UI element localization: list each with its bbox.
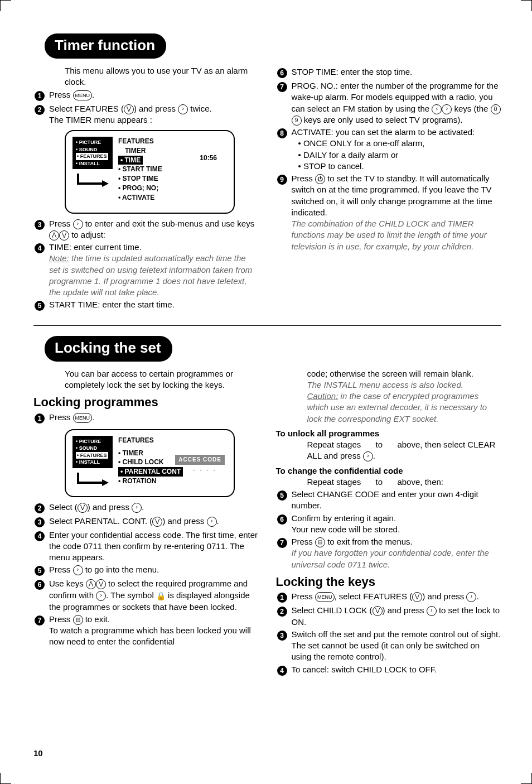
unlock-text: Repeat stages to above, then select CLEA… — [307, 439, 502, 462]
text: ) and press — [422, 591, 466, 601]
step-body: Switch off the set and put the remote co… — [292, 629, 502, 663]
tv-item-selected: • TIME — [118, 156, 143, 165]
sub-bullet: • DAILY for a daily alarm or — [298, 150, 502, 161]
tv-menu-item: • PICTURE — [76, 438, 109, 445]
text: to exit from the menus. — [325, 537, 413, 546]
right-key-icon: › — [73, 219, 83, 229]
note-text: The INSTALL menu access is also locked. — [307, 380, 463, 389]
step-bullet — [33, 412, 46, 425]
text: Repeat stages — [307, 440, 364, 449]
tv-item: • PROG; NO; — [118, 184, 227, 193]
down-key-icon: ⋁ — [78, 503, 88, 513]
text: Press — [49, 412, 73, 422]
step-bullet — [276, 591, 288, 604]
timer-step-8: ACTIVATE: you can set the alarm to be ac… — [276, 127, 502, 172]
tv-panel-title: FEATURES — [118, 436, 227, 445]
step-bullet — [33, 104, 46, 116]
heading-unlock-all: To unlock all programmes — [276, 428, 502, 439]
note-text: The combination of the CHILD LOCK and TI… — [292, 219, 487, 251]
text: Select CHILD LOCK ( — [292, 605, 373, 615]
step-body: Select (⋁) and press ›. — [49, 502, 259, 513]
text: . — [142, 502, 144, 512]
right-key-icon: › — [73, 565, 83, 575]
timer-step-4: TIME: enter current time. Note: the time… — [33, 242, 259, 298]
menu-key-icon: MENU — [73, 413, 93, 423]
text: Press — [49, 565, 73, 574]
caution-text: Caution: in the case of encrypted progra… — [307, 391, 487, 424]
text: To watch a programme which has been lock… — [49, 626, 251, 646]
timer-step-3: Press › to enter and exit the sub-menus … — [33, 218, 259, 241]
step-body: Press › to enter and exit the sub-menus … — [49, 218, 259, 241]
right-key-icon: › — [132, 503, 142, 513]
step-body: Press MENU, select FEATURES (⋁) and pres… — [292, 591, 502, 602]
text: . — [217, 516, 219, 526]
text: ) and press — [383, 605, 427, 615]
text: . — [476, 591, 478, 601]
heading-change-code: To change the confidential code — [276, 465, 502, 477]
step-body: Select PARENTAL. CONT. (⋁) and press ›. — [49, 516, 259, 527]
step-body: To cancel: switch CHILD LOCK to OFF. — [292, 664, 502, 675]
text: to enter and exit the sub-menus and use … — [83, 219, 255, 228]
down-key-icon: ⋁ — [152, 517, 162, 527]
sub-bullet: • STOP to cancel. — [298, 161, 502, 172]
text: twice. — [188, 104, 212, 113]
arrow-icon — [75, 172, 110, 187]
step-bullet — [276, 605, 288, 618]
step-bullet — [33, 516, 46, 528]
keys-step-1: Press MENU, select FEATURES (⋁) and pres… — [276, 591, 502, 604]
lock-step-1: Press MENU. — [33, 412, 259, 425]
text: to go into the menu. — [83, 565, 159, 574]
text: Confirm by entering it again. — [292, 513, 396, 523]
text: to — [373, 477, 385, 487]
step-body: Press ⏻ to set the TV to standby. It wil… — [292, 173, 502, 252]
timer-intro: This menu allows you to use your TV as a… — [65, 65, 259, 88]
text: , select FEATURES ( — [335, 591, 413, 601]
note-text: Note: the time is updated automatically … — [49, 253, 252, 297]
step-body: Press ⊟ to exit. To watch a programme wh… — [49, 614, 259, 648]
text: Press — [49, 90, 73, 99]
note-text: If you have forgotten your confidential … — [292, 548, 489, 569]
tv-menu-item: • SOUND — [76, 146, 109, 153]
right-key-icon: › — [178, 104, 188, 114]
step-bullet — [33, 90, 46, 102]
lock-right-continue: code; otherwise the screen will remain b… — [307, 368, 502, 425]
nine-key-icon: 9 — [292, 116, 302, 126]
step-body: Press MENU. — [49, 412, 259, 423]
text: TIME: enter current time. — [49, 242, 142, 252]
step-bullet — [33, 242, 46, 254]
right-key-icon: › — [96, 591, 106, 601]
text: . — [373, 451, 375, 460]
tv-menu-item: • INSTALL — [76, 459, 109, 466]
text: Select FEATURES ( — [49, 104, 124, 113]
step-bullet — [276, 629, 288, 642]
tv-menu-item-selected: • FEATURES — [76, 153, 108, 160]
step-body: STOP TIME: enter the stop time. — [292, 66, 502, 78]
step-bullet — [33, 565, 46, 577]
keys-step-4: To cancel: switch CHILD LOCK to OFF. — [276, 664, 502, 677]
text: Press — [49, 614, 73, 624]
arrow-icon — [75, 472, 110, 486]
keys-step-2: Select CHILD LOCK (⋁) and press › to set… — [276, 605, 502, 628]
right-key-icon: › — [363, 451, 373, 461]
timer-step-2: Select FEATURES (⋁) and press › twice. T… — [33, 103, 259, 126]
text: ) and press — [88, 502, 132, 512]
step-body: Press ⊟ to exit from the menus. If you h… — [292, 536, 502, 570]
tv-item-selected: • PARENTAL CONT — [118, 467, 183, 477]
lock-columns: You can bar access to certain programmes… — [33, 368, 501, 678]
heading-locking-keys: Locking the keys — [276, 574, 502, 590]
sub-bullet: • ONCE ONLY for a one-off alarm, — [298, 138, 502, 149]
right-key-icon: › — [427, 606, 437, 616]
timer-col-left: This menu allows you to use your TV as a… — [33, 65, 259, 313]
lock-step-2: Select (⋁) and press ›. — [33, 502, 259, 514]
step-body: ACTIVATE: you can set the alarm to be ac… — [292, 127, 502, 172]
timer-col-right: STOP TIME: enter the stop time. PROG. NO… — [276, 65, 502, 313]
tv-menu-item: • INSTALL — [76, 160, 109, 167]
timer-step-6: STOP TIME: enter the stop time. — [276, 66, 502, 79]
lock-intro: You can bar access to certain programmes… — [65, 368, 259, 391]
down-key-icon: ⋁ — [412, 592, 422, 602]
timer-step-5: START TIME: enter the start time. — [33, 299, 259, 312]
text: . The symbol — [106, 590, 156, 600]
right-key-icon: › — [442, 104, 452, 114]
step-bullet — [276, 489, 288, 502]
step-body: Confirm by entering it again. Your new c… — [292, 513, 502, 536]
